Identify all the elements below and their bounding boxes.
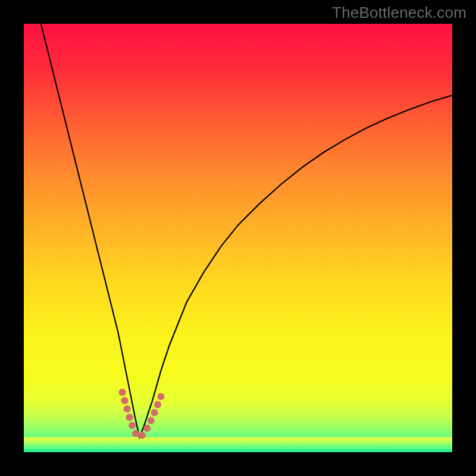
svg-point-12 [154,401,161,408]
svg-point-13 [157,393,164,400]
svg-point-8 [139,432,146,439]
svg-point-9 [143,425,151,432]
svg-point-2 [119,389,126,396]
svg-point-6 [129,422,136,429]
plot-curves [24,24,452,452]
svg-point-5 [126,414,133,421]
svg-point-11 [151,409,158,416]
watermark-text: TheBottleneck.com [332,4,466,22]
svg-point-3 [121,397,129,404]
svg-point-10 [148,417,155,424]
svg-point-4 [124,405,131,412]
svg-point-7 [132,430,139,437]
plot-area [24,24,452,452]
bottleneck-curve [41,24,452,437]
